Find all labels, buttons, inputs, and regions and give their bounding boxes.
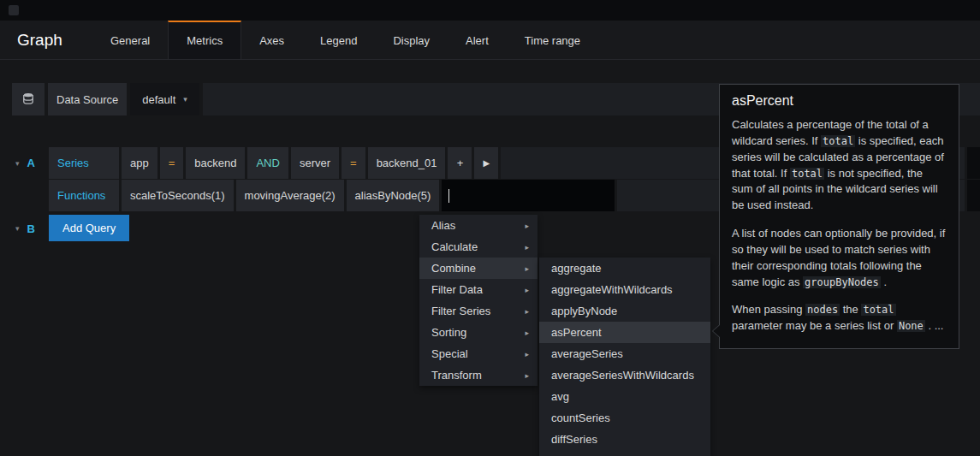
menu-item-filter-data[interactable]: Filter Data ▸ — [419, 279, 538, 300]
menu-item-label: Alias — [431, 219, 455, 232]
submenu-item-aggregate[interactable]: aggregate — [539, 258, 710, 279]
tag-value-backend01[interactable]: backend_01 — [368, 147, 446, 179]
submenu-caret-icon: ▸ — [525, 286, 529, 294]
tag-and-condition[interactable]: AND — [247, 147, 288, 179]
submenu-caret-icon: ▸ — [525, 264, 529, 273]
tab-alert[interactable]: Alert — [448, 21, 507, 59]
menu-item-label: Transform — [431, 369, 482, 382]
functions-button[interactable]: Functions — [49, 180, 119, 211]
tooltip-arrow — [712, 324, 720, 338]
run-query-button[interactable]: ▶ — [474, 147, 498, 179]
function-search-input[interactable] — [442, 180, 615, 211]
tab-legend[interactable]: Legend — [302, 21, 375, 59]
submenu-item-avg[interactable]: avg — [539, 386, 710, 407]
tab-metrics[interactable]: Metrics — [168, 21, 241, 59]
combine-submenu: aggregate aggregateWithWildcards applyBy… — [539, 258, 710, 456]
query-ref-b: B — [27, 222, 35, 235]
menu-item-sorting[interactable]: Sorting ▸ — [419, 322, 538, 343]
collapse-caret-icon[interactable]: ▾ — [15, 224, 20, 233]
panel-tabs: General Metrics Axes Legend Display Aler… — [92, 21, 598, 59]
app-menu-icon[interactable] — [9, 5, 19, 15]
query-ref-a: A — [27, 157, 35, 169]
function-aliasByNode[interactable]: aliasByNode(5) — [347, 180, 440, 211]
menu-item-transform[interactable]: Transform ▸ — [419, 364, 538, 386]
submenu-item-averageSeries[interactable]: averageSeries — [539, 343, 710, 364]
submenu-caret-icon: ▸ — [525, 371, 529, 380]
menu-item-combine[interactable]: Combine ▸ — [419, 258, 538, 279]
tab-axes[interactable]: Axes — [241, 21, 302, 59]
datasource-selected-value: default — [142, 93, 175, 106]
function-category-menu: Alias ▸ Calculate ▸ Combine ▸ Filter Dat… — [419, 215, 538, 386]
functions-row-spacer — [12, 180, 46, 211]
tooltip-paragraph: When passing nodes the total parameter m… — [732, 302, 947, 335]
submenu-caret-icon: ▸ — [525, 350, 529, 358]
submenu-caret-icon: ▸ — [525, 243, 529, 252]
tag-key-server[interactable]: server — [291, 147, 339, 179]
menu-item-label: Filter Data — [431, 283, 483, 296]
add-query-button[interactable]: Add Query — [49, 215, 129, 241]
submenu-item-diffSeries[interactable]: diffSeries — [539, 429, 710, 450]
tab-general[interactable]: General — [92, 21, 168, 59]
datasource-icon-cell — [12, 83, 45, 115]
text-cursor — [448, 189, 449, 203]
menu-item-label: Sorting — [431, 326, 466, 339]
tooltip-paragraph: A list of nodes can optionally be provid… — [732, 226, 947, 290]
menu-item-label: Filter Series — [431, 305, 490, 317]
query-a-edit-mode-block[interactable] — [967, 147, 980, 179]
submenu-item-averageSeriesWithWildcards[interactable]: averageSeriesWithWildcards — [539, 364, 710, 386]
tag-value-backend[interactable]: backend — [186, 147, 245, 179]
menu-item-label: Calculate — [431, 240, 478, 253]
series-button[interactable]: Series — [49, 147, 119, 179]
tag-equals-operator[interactable]: = — [160, 147, 184, 179]
query-a-ref-cell[interactable]: ▾ A — [12, 147, 46, 179]
function-tooltip: asPercent Calculates a percentage of the… — [719, 84, 959, 349]
top-nav-bar — [0, 0, 980, 21]
datasource-select[interactable]: default ▾ — [130, 83, 199, 115]
submenu-item-applyByNode[interactable]: applyByNode — [539, 300, 710, 322]
submenu-item-countSeries[interactable]: countSeries — [539, 407, 710, 429]
datasource-label: Data Source — [48, 83, 127, 115]
menu-item-special[interactable]: Special ▸ — [419, 343, 538, 364]
submenu-caret-icon: ▸ — [525, 329, 529, 337]
tag-equals-operator[interactable]: = — [342, 147, 365, 179]
tab-time-range[interactable]: Time range — [507, 21, 598, 59]
database-icon — [22, 92, 34, 107]
submenu-item-asPercent[interactable]: asPercent — [539, 322, 710, 343]
chevron-down-icon: ▾ — [183, 95, 187, 104]
tooltip-paragraph: Calculates a percentage of the total of … — [732, 117, 947, 214]
panel-title: Graph — [0, 21, 92, 59]
menu-item-filter-series[interactable]: Filter Series ▸ — [419, 300, 538, 322]
collapse-caret-icon[interactable]: ▾ — [15, 159, 20, 168]
menu-item-label: Special — [431, 347, 468, 360]
tag-key-app[interactable]: app — [122, 147, 157, 179]
tab-display[interactable]: Display — [375, 21, 448, 59]
add-tag-button[interactable]: + — [448, 147, 472, 179]
function-movingAverage[interactable]: movingAverage(2) — [236, 180, 344, 211]
menu-item-alias[interactable]: Alias ▸ — [419, 215, 538, 236]
tooltip-title: asPercent — [732, 93, 947, 109]
function-scaleToSeconds[interactable]: scaleToSeconds(1) — [122, 180, 234, 211]
panel-editor-header: Graph General Metrics Axes Legend Displa… — [0, 21, 980, 60]
query-b-ref-cell[interactable]: ▾ B — [12, 213, 46, 244]
menu-item-label: Combine — [431, 262, 476, 275]
submenu-caret-icon: ▸ — [525, 307, 529, 316]
menu-item-calculate[interactable]: Calculate ▸ — [419, 236, 538, 258]
submenu-item-aggregateWithWildcards[interactable]: aggregateWithWildcards — [539, 279, 710, 300]
functions-row-edit-mode-block[interactable] — [967, 180, 980, 211]
submenu-caret-icon: ▸ — [525, 222, 529, 230]
